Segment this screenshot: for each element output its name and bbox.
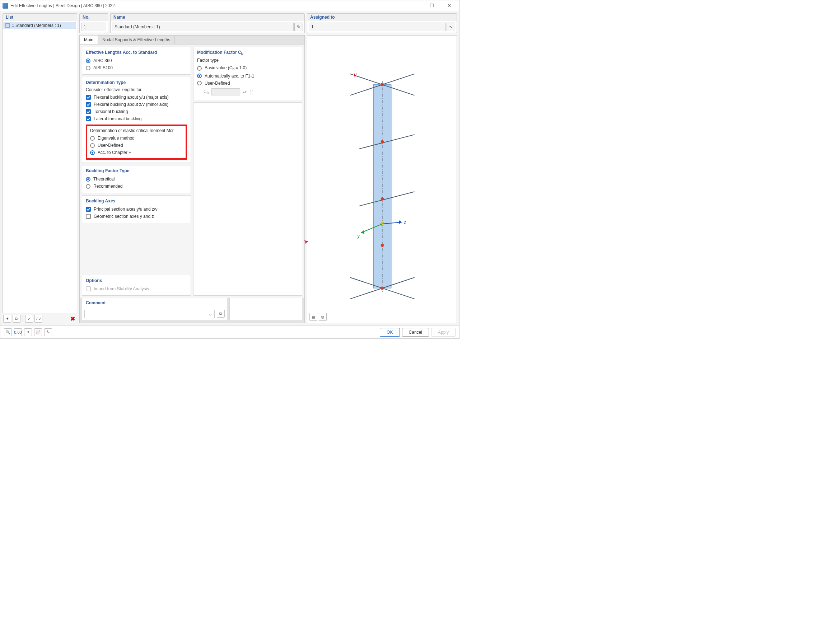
window-title: Edit Effective Lengths | Steel Design | … [10, 3, 407, 8]
toolbar-divider [22, 315, 23, 322]
radio-bf-rec[interactable]: Recommended [86, 182, 187, 190]
pencil-icon: ✎ [297, 24, 301, 30]
radio-mcr-chapf[interactable]: Acc. to Chapter F [90, 149, 183, 156]
chk-ltb[interactable]: Lateral-torsional buckling [86, 115, 187, 123]
blank-panel [229, 298, 302, 321]
ok-button[interactable]: OK [380, 328, 400, 336]
comment-copy-button[interactable]: ⧉ [217, 310, 225, 318]
group-options: Options Import from Stability Analysis [82, 275, 191, 296]
group-title-eff-std: Effective Lengths Acc. to Standard [86, 50, 187, 55]
svg-marker-17 [399, 220, 402, 224]
fx-icon-button[interactable]: fₓ [44, 328, 52, 336]
maximize-button[interactable]: ☐ [424, 1, 440, 11]
radio-cb-basic[interactable]: Basic value (Cb = 1.0) [197, 64, 298, 72]
member-icon [5, 23, 10, 28]
assigned-field[interactable] [309, 22, 446, 31]
footer: 🔍 0,00 ✦ 📈 fₓ OK Cancel Apply [0, 326, 459, 338]
comment-panel: Comment ⧉ [82, 298, 227, 321]
list-header: List [3, 13, 77, 21]
name-field[interactable] [112, 22, 293, 31]
svg-text:v: v [353, 72, 357, 78]
svg-point-11 [381, 244, 384, 247]
name-panel: Name ✎ [110, 13, 305, 33]
assigned-pick-button[interactable]: ↖ [446, 22, 455, 31]
units-icon-button[interactable]: 0,00 [14, 328, 22, 336]
viewer-style-button[interactable]: ▦ [310, 313, 317, 321]
chk-principal[interactable]: Principal section axes y/u and z/v [86, 206, 187, 213]
no-field[interactable] [81, 22, 106, 31]
chart-icon-button[interactable]: 📈 [34, 328, 42, 336]
cb-unit: [-] [250, 89, 253, 94]
chk-geo[interactable]: Geometric section axes y and z [86, 213, 187, 220]
cb-value-input [211, 88, 240, 96]
radio-cb-user[interactable]: User-Defined [197, 80, 298, 87]
minimize-button[interactable]: — [407, 1, 422, 11]
svg-point-9 [381, 140, 384, 144]
tabs: Main Nodal Supports & Effective Lengths … [79, 35, 305, 323]
list-item-label: 1 Standard (Members : 1) [12, 23, 61, 28]
delete-item-button[interactable]: ✖ [69, 315, 76, 323]
copy-item-button[interactable]: ⧉ [13, 315, 21, 323]
dialog-window: Edit Effective Lengths | Steel Design | … [0, 0, 460, 339]
group-title-options: Options [86, 278, 187, 283]
radio-aisc360[interactable]: AISC 360 [86, 57, 187, 64]
group-title-axes: Buckling Axes [86, 199, 187, 203]
right-column: Assigned to ↖ [307, 13, 457, 323]
middle-column: No. Name ✎ Main Nodal Supports & Effecti… [79, 13, 305, 323]
tab-main[interactable]: Main [80, 36, 98, 44]
group-axes: Buckling Axes Principal section axes y/u… [82, 195, 191, 223]
new-item-button[interactable]: ✦ [3, 315, 11, 323]
axis-icon-button[interactable]: ✦ [24, 328, 32, 336]
chk-fb-yu[interactable]: Flexural buckling about y/u (major axis) [86, 94, 187, 101]
search-icon-button[interactable]: 🔍 [4, 328, 12, 336]
list-panel: List 1 Standard (Members : 1) [3, 13, 77, 313]
title-bar: Edit Effective Lengths | Steel Design | … [0, 0, 459, 11]
group-title-bf-type: Buckling Factor Type [86, 168, 187, 173]
radio-aisis100[interactable]: AISI S100 [86, 64, 187, 72]
group-eff-std: Effective Lengths Acc. to Standard AISC … [82, 46, 191, 75]
radio-bf-theo[interactable]: Theoretical [86, 175, 187, 182]
svg-text:z: z [404, 219, 406, 225]
left-column: List 1 Standard (Members : 1) ✦ ⧉ ✓ ✓✓ ✖ [3, 13, 77, 323]
list-toolbar: ✦ ⧉ ✓ ✓✓ ✖ [3, 313, 77, 323]
cancel-button[interactable]: Cancel [402, 328, 429, 336]
content-area: List 1 Standard (Members : 1) ✦ ⧉ ✓ ✓✓ ✖ [0, 11, 459, 326]
svg-marker-15 [361, 230, 364, 234]
pointer-icon: ↖ [449, 24, 453, 30]
check-button[interactable]: ✓ [25, 315, 33, 323]
chk-fb-zv[interactable]: Flexural buckling about z/v (minor axis) [86, 101, 187, 108]
group-bf-type: Buckling Factor Type Theoretical Recomme… [82, 165, 191, 193]
viewer-render-button[interactable]: ◍ [319, 313, 327, 321]
viewer-3d[interactable]: y z v ▦ ◍ [307, 35, 457, 323]
radio-cb-auto[interactable]: Automatically acc. to F1-1 [197, 72, 298, 80]
member-schematic: y z v [307, 36, 457, 323]
edit-name-button[interactable]: ✎ [294, 22, 303, 31]
svg-point-8 [381, 83, 384, 86]
no-panel: No. [79, 13, 108, 33]
tab-nodal[interactable]: Nodal Supports & Effective Lengths [98, 36, 175, 44]
comment-title: Comment [82, 298, 227, 305]
comment-combo[interactable] [84, 310, 215, 318]
svg-point-12 [381, 287, 384, 290]
app-icon [3, 3, 8, 9]
consider-label: Consider effective lengths for [86, 87, 187, 92]
mcr-highlight: Determination of elastic critical moment… [86, 124, 187, 160]
chk-import-stability[interactable]: Import from Stability Analysis [86, 285, 187, 293]
assigned-panel: Assigned to ↖ [307, 13, 457, 33]
group-cb: Modification Factor Cb Factor type Basic… [193, 46, 302, 100]
close-button[interactable]: ✕ [441, 1, 457, 11]
check-all-button[interactable]: ✓✓ [34, 315, 42, 323]
no-header: No. [80, 13, 108, 21]
chk-tors[interactable]: Torsional buckling [86, 108, 187, 115]
assigned-header: Assigned to [307, 13, 457, 21]
radio-mcr-user[interactable]: User-Defined [90, 142, 183, 149]
svg-point-10 [381, 197, 384, 200]
name-header: Name [111, 13, 304, 21]
group-title-det-type: Determination Type [86, 80, 187, 85]
group-title-cb: Modification Factor Cb [197, 50, 298, 55]
group-det-type: Determination Type Consider effective le… [82, 77, 191, 163]
factor-type-label: Factor type [197, 58, 298, 63]
list-item-1[interactable]: 1 Standard (Members : 1) [4, 22, 76, 29]
radio-mcr-eigen[interactable]: Eigenvalue method [90, 135, 183, 142]
cb-symbol: Cb [204, 89, 208, 95]
